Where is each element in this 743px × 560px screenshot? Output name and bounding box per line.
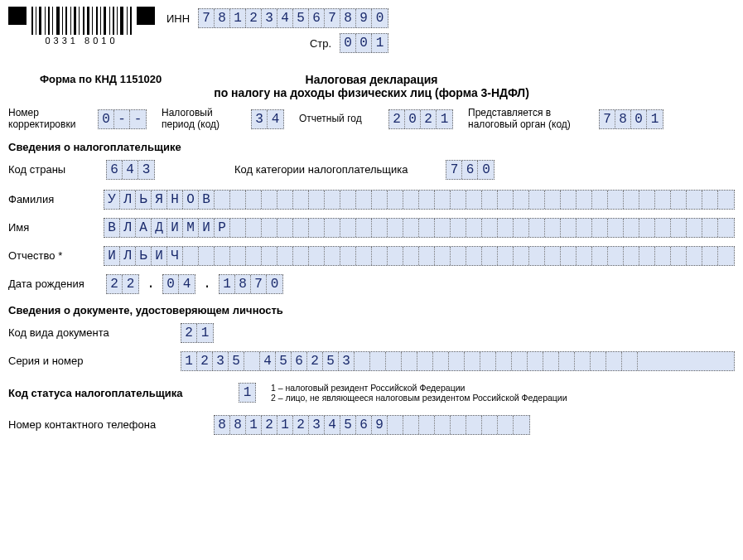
status-label: Код статуса налогоплательщика — [8, 387, 224, 399]
year-label: Отчетный год — [299, 113, 374, 125]
name-label: Имя — [8, 221, 89, 234]
organ-field: 7801 — [599, 109, 663, 129]
inn-field: 781234567890 — [198, 8, 388, 28]
marker-square-left — [8, 7, 27, 25]
status-notes: 1 – налоговый резидент Российской Федера… — [271, 383, 567, 403]
doc-number-label: Серия и номер — [8, 355, 166, 367]
status-note-1: 1 – налоговый резидент Российской Федера… — [271, 383, 567, 393]
organ-label: Представляется в налоговый орган (код) — [468, 108, 584, 131]
dob-day: 22 — [106, 274, 139, 294]
page-field: 001 — [340, 33, 388, 53]
page-label: Стр. — [310, 37, 331, 50]
period-field: 34 — [251, 109, 284, 129]
phone-label: Номер контактного телефона — [8, 418, 199, 431]
correction-field: 0-- — [98, 109, 147, 129]
barcode-number: 0331 8010 — [46, 36, 118, 46]
period-label: Налоговый период (код) — [162, 108, 236, 131]
barcode-icon — [31, 7, 132, 35]
country-field: 643 — [106, 160, 155, 180]
section-doc: Сведения о документе, удостоверяющем лич… — [8, 304, 735, 316]
doc-number-field: 1235 456253 — [181, 351, 735, 371]
status-field: 1 — [239, 383, 256, 403]
dob-month: 04 — [162, 274, 195, 294]
patronymic-field: ИЛЬИЧ — [104, 246, 735, 266]
status-note-2: 2 – лицо, не являющееся налоговым резиде… — [271, 393, 567, 403]
correction-label: Номер корректировки — [8, 108, 83, 131]
surname-field: УЛЬЯНОВ — [104, 190, 735, 210]
section-taxpayer: Сведения о налогоплательщике — [8, 141, 735, 153]
dob-sep-2: . — [202, 275, 212, 293]
surname-label: Фамилия — [8, 193, 89, 205]
form-code: Форма по КНД 1151020 — [40, 73, 162, 85]
marker-square-right — [137, 7, 155, 25]
dob-year: 1870 — [219, 274, 283, 294]
inn-label: ИНН — [166, 12, 190, 25]
category-field: 760 — [446, 160, 495, 180]
country-label: Код страны — [8, 163, 91, 176]
name-field: ВЛАДИМИР — [104, 218, 735, 238]
doc-type-label: Код вида документа — [8, 326, 166, 339]
doc-title-2: по налогу на доходы физических лиц (форм… — [8, 86, 735, 99]
year-field: 2021 — [388, 109, 453, 129]
phone-field: 88121234569 — [214, 415, 530, 435]
barcode-block: 0331 8010 — [8, 7, 155, 46]
patronymic-label: Отчество * — [8, 249, 89, 262]
category-label: Код категории налогоплательщика — [234, 163, 408, 176]
dob-label: Дата рождения — [8, 278, 99, 290]
dob-sep-1: . — [146, 275, 156, 293]
doc-type-field: 21 — [181, 323, 214, 343]
